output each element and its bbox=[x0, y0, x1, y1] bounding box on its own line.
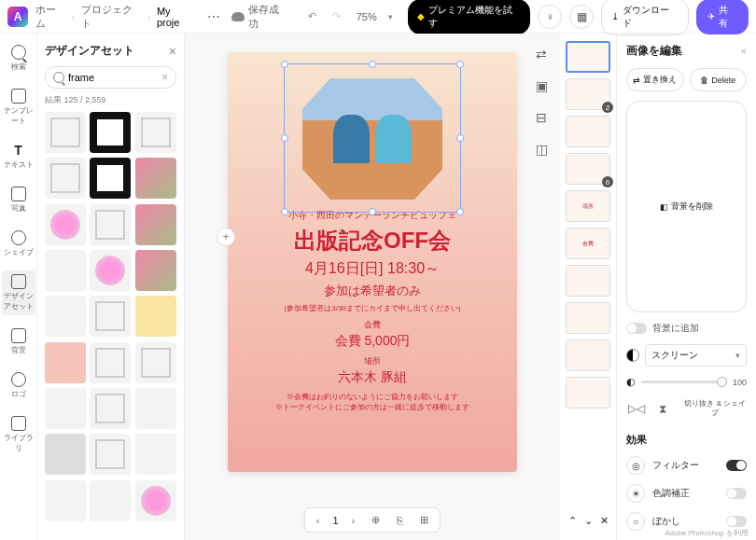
filter-toggle[interactable] bbox=[726, 460, 747, 471]
resize-handle[interactable] bbox=[369, 208, 376, 215]
remove-bg-button[interactable]: ◧背景を削除 bbox=[626, 101, 747, 312]
resize-handle[interactable] bbox=[456, 208, 464, 215]
resize-handle[interactable] bbox=[281, 134, 288, 142]
rail-bg[interactable]: 背景 bbox=[0, 325, 36, 359]
delete-button[interactable]: 🗑Delete bbox=[690, 68, 748, 91]
add-page[interactable]: ⊕ bbox=[368, 512, 384, 528]
thumb-2[interactable]: 2 bbox=[566, 78, 610, 110]
swap-tool[interactable]: ⇄ bbox=[530, 43, 553, 65]
asset-item[interactable] bbox=[45, 204, 86, 245]
asset-item[interactable] bbox=[135, 480, 176, 521]
design-page[interactable]: + 小寺・西田のマンデーランチビュッフェ 出版記念OFF会 4月16日[日] 1… bbox=[228, 52, 517, 472]
thumb-down[interactable]: ⌄ bbox=[584, 515, 593, 527]
panel-close[interactable]: × bbox=[169, 44, 176, 59]
asset-item[interactable] bbox=[45, 158, 86, 199]
help-button[interactable]: ♀ bbox=[538, 5, 562, 29]
slider-knob[interactable] bbox=[717, 377, 727, 387]
zoom-level[interactable]: 75% bbox=[353, 11, 381, 22]
asset-search[interactable]: × bbox=[45, 66, 176, 89]
title-text[interactable]: 出版記念OFF会 bbox=[242, 226, 503, 256]
thumb-up[interactable]: ⌃ bbox=[568, 515, 577, 527]
opacity-slider[interactable] bbox=[641, 381, 727, 383]
grid-view[interactable]: ⊞ bbox=[416, 512, 432, 528]
next-page[interactable]: › bbox=[348, 513, 359, 528]
note-text[interactable]: (参加希望者は3/30までにカイまで申し出てください) bbox=[242, 303, 503, 313]
redo-button[interactable]: ↷ bbox=[329, 8, 345, 25]
undo-button[interactable]: ↶ bbox=[304, 8, 321, 25]
asset-item[interactable] bbox=[135, 434, 176, 475]
asset-item[interactable] bbox=[90, 480, 131, 521]
clear-search[interactable]: × bbox=[161, 71, 168, 84]
asset-item[interactable] bbox=[135, 388, 176, 429]
crop-tool[interactable]: ▣ bbox=[530, 75, 553, 97]
replace-button[interactable]: ⇄置き換え bbox=[626, 68, 684, 91]
crumb-projects[interactable]: プロジェクト bbox=[81, 3, 143, 31]
place-text[interactable]: 六本木 豚組 bbox=[242, 369, 503, 386]
thumb-1[interactable] bbox=[566, 41, 610, 73]
zoom-chevron-icon[interactable]: ▾ bbox=[388, 12, 393, 21]
rail-logo[interactable]: ロゴ bbox=[0, 368, 36, 403]
fee-text[interactable]: 会費 5,000円 bbox=[242, 333, 503, 350]
thumb-5[interactable]: 場所 bbox=[566, 190, 610, 222]
asset-item[interactable] bbox=[90, 112, 131, 153]
resize-handle[interactable] bbox=[369, 61, 376, 68]
share-button[interactable]: ✈共有 bbox=[696, 0, 749, 35]
hero-photo[interactable] bbox=[302, 78, 442, 200]
crop-shape-button[interactable]: 切り抜き & シェイプ bbox=[684, 399, 747, 417]
date-text[interactable]: 4月16日[日] 18:30～ bbox=[242, 259, 503, 279]
asset-item[interactable] bbox=[135, 250, 176, 291]
app-logo[interactable]: A bbox=[7, 7, 28, 27]
layers-tool[interactable]: ◫ bbox=[530, 138, 553, 160]
thumb-10[interactable] bbox=[566, 377, 610, 408]
thumb-4[interactable]: 6 bbox=[566, 153, 610, 185]
asset-item[interactable] bbox=[45, 342, 86, 383]
asset-item[interactable] bbox=[90, 158, 131, 199]
asset-item[interactable] bbox=[90, 250, 131, 291]
rail-text[interactable]: Tテキスト bbox=[0, 139, 36, 173]
add-element-button[interactable]: + bbox=[217, 228, 235, 246]
calendar-button[interactable]: ▦ bbox=[569, 5, 594, 29]
asset-item[interactable] bbox=[45, 480, 86, 521]
resize-handle[interactable] bbox=[456, 61, 464, 68]
thumb-3[interactable] bbox=[566, 116, 610, 147]
addbg-toggle[interactable] bbox=[626, 323, 647, 334]
asset-item[interactable] bbox=[90, 342, 131, 383]
tone-toggle[interactable] bbox=[726, 488, 747, 499]
asset-item[interactable] bbox=[90, 388, 131, 429]
asset-item[interactable] bbox=[45, 388, 86, 429]
premium-button[interactable]: ◆プレミアム機能を試す bbox=[408, 0, 531, 35]
asset-item[interactable] bbox=[45, 296, 86, 337]
asset-item[interactable] bbox=[45, 112, 86, 153]
asset-item[interactable] bbox=[135, 158, 176, 199]
asset-item[interactable] bbox=[135, 342, 176, 383]
rail-asset[interactable]: デザインアセット bbox=[2, 270, 35, 315]
flip-v-button[interactable]: ⧗ bbox=[652, 397, 673, 420]
prev-page[interactable]: ‹ bbox=[313, 513, 324, 528]
rail-photo[interactable]: 写真 bbox=[0, 183, 36, 217]
duplicate-page[interactable]: ⎘ bbox=[393, 513, 407, 528]
canvas-area[interactable]: + 小寺・西田のマンデーランチビュッフェ 出版記念OFF会 4月16日[日] 1… bbox=[185, 34, 560, 540]
thumb-close[interactable]: ✕ bbox=[600, 515, 609, 527]
asset-item[interactable] bbox=[135, 112, 176, 153]
crumb-current[interactable]: My proje bbox=[157, 6, 196, 28]
thumb-9[interactable] bbox=[566, 339, 610, 371]
asset-item[interactable] bbox=[90, 204, 131, 245]
resize-handle[interactable] bbox=[281, 61, 288, 68]
search-input[interactable] bbox=[68, 72, 158, 83]
rail-template[interactable]: テンプレート bbox=[0, 85, 36, 130]
asset-item[interactable] bbox=[45, 434, 86, 475]
thumb-7[interactable] bbox=[566, 265, 610, 297]
blend-mode-select[interactable]: スクリーン▾ bbox=[645, 344, 747, 367]
asset-item[interactable] bbox=[135, 204, 176, 245]
rail-search[interactable]: 検索 bbox=[0, 41, 36, 76]
rail-library[interactable]: ライブラリ bbox=[0, 412, 36, 457]
asset-item[interactable] bbox=[90, 296, 131, 337]
resize-handle[interactable] bbox=[281, 208, 288, 215]
flip-h-button[interactable]: ▷◁ bbox=[626, 397, 647, 420]
blur-toggle[interactable] bbox=[726, 516, 747, 527]
fee-label[interactable]: 会費 bbox=[242, 319, 503, 331]
right-panel-close[interactable]: × bbox=[741, 46, 747, 57]
place-label[interactable]: 場所 bbox=[242, 355, 503, 367]
crumb-home[interactable]: ホーム bbox=[35, 3, 66, 31]
download-button[interactable]: ⤓ダウンロード bbox=[601, 0, 689, 35]
